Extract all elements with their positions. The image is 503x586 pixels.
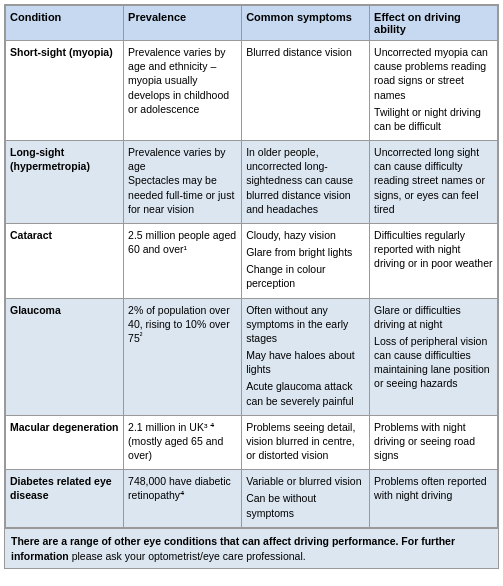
- footer-note: There are a range of other eye condition…: [5, 528, 498, 568]
- driving-cell: Problems with night driving or seeing ro…: [370, 415, 498, 470]
- prevalence-cell: 2.5 million people aged 60 and over¹: [124, 223, 242, 298]
- driving-cell: Uncorrected myopia can cause problems re…: [370, 41, 498, 141]
- prevalence-cell: Prevalence varies by age and ethnicity –…: [124, 41, 242, 141]
- main-table-container: Condition Prevalence Common symptoms Eff…: [4, 4, 499, 569]
- table-row: Macular degeneration2.1 million in UK³ ⁴…: [6, 415, 498, 470]
- header-condition: Condition: [6, 6, 124, 41]
- condition-cell: Glaucoma: [6, 298, 124, 415]
- condition-cell: Long-sight (hypermetropia): [6, 141, 124, 224]
- header-prevalence: Prevalence: [124, 6, 242, 41]
- condition-cell: Diabetes related eye disease: [6, 470, 124, 528]
- prevalence-cell: 2% of population over 40, rising to 10% …: [124, 298, 242, 415]
- symptoms-cell: Cloudy, hazy visionGlare from bright lig…: [242, 223, 370, 298]
- condition-cell: Short-sight (myopia): [6, 41, 124, 141]
- table-row: Short-sight (myopia)Prevalence varies by…: [6, 41, 498, 141]
- prevalence-cell: 2.1 million in UK³ ⁴ (mostly aged 65 and…: [124, 415, 242, 470]
- symptoms-cell: Blurred distance vision: [242, 41, 370, 141]
- driving-cell: Uncorrected long sight can cause difficu…: [370, 141, 498, 224]
- symptoms-cell: Problems seeing detail, vision blurred i…: [242, 415, 370, 470]
- driving-cell: Problems often reported with night drivi…: [370, 470, 498, 528]
- eye-conditions-table: Condition Prevalence Common symptoms Eff…: [5, 5, 498, 528]
- prevalence-cell: Prevalence varies by ageSpectacles may b…: [124, 141, 242, 224]
- prevalence-cell: 748,000 have diabetic retinopathy⁴: [124, 470, 242, 528]
- table-row: Diabetes related eye disease748,000 have…: [6, 470, 498, 528]
- header-driving: Effect on driving ability: [370, 6, 498, 41]
- header-symptoms: Common symptoms: [242, 6, 370, 41]
- driving-cell: Difficulties regularly reported with nig…: [370, 223, 498, 298]
- table-row: Long-sight (hypermetropia)Prevalence var…: [6, 141, 498, 224]
- table-row: Cataract2.5 million people aged 60 and o…: [6, 223, 498, 298]
- driving-cell: Glare or difficulties driving at nightLo…: [370, 298, 498, 415]
- symptoms-cell: Often without any symptoms in the early …: [242, 298, 370, 415]
- symptoms-cell: Variable or blurred visionCan be without…: [242, 470, 370, 528]
- symptoms-cell: In older people, uncorrected long-sighte…: [242, 141, 370, 224]
- condition-cell: Cataract: [6, 223, 124, 298]
- condition-cell: Macular degeneration: [6, 415, 124, 470]
- table-row: Glaucoma2% of population over 40, rising…: [6, 298, 498, 415]
